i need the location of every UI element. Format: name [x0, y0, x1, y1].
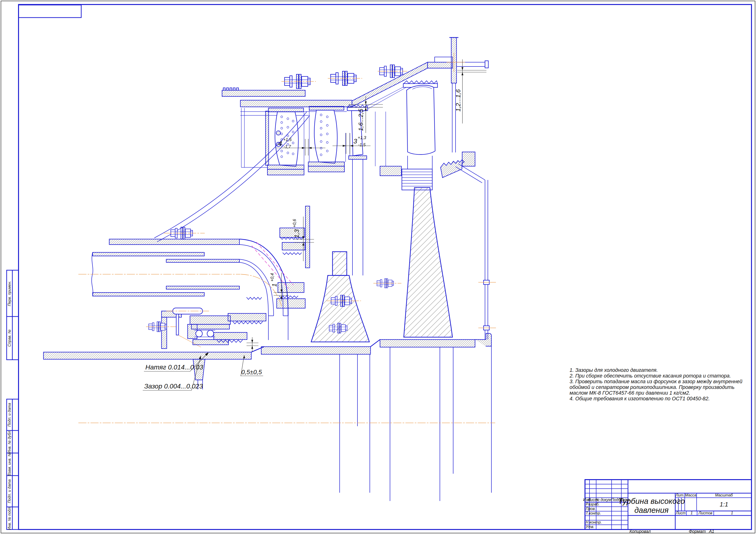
dim-seal13-upper-tol: +0,6 — [292, 219, 297, 227]
tb-title-line1: Турбина высокого — [618, 497, 685, 505]
dim-axial3-lower-tol: -1,5 — [358, 143, 366, 147]
turbine-discs — [311, 188, 452, 342]
note-3-line1: 3. Проверить попадание масла из форсунок… — [570, 379, 742, 385]
title-block: Изм. Лист № докум. Подп. Дата Разраб. Пр… — [583, 480, 751, 529]
stamp-perv-primen: Перв. примен. — [7, 281, 12, 306]
tb-massa-label: Масса — [685, 493, 696, 497]
dim-axial4-value: 4 — [278, 140, 282, 147]
stamp-podp-data-2: Подп. и дата — [7, 479, 12, 503]
stamp-podp-data-1: Подп. и дата — [7, 403, 12, 427]
callout-fit-text: Натяг 0.014...0.03 — [145, 363, 203, 371]
tb-sheet-label: Лист — [675, 511, 686, 515]
tb-title-line2: давления — [634, 506, 669, 515]
tb-scale-value: 1:1 — [720, 501, 728, 508]
tb-col-doc: № докум. — [595, 498, 612, 502]
stamp-inv-dubl: Инв. № дубл. — [7, 430, 12, 453]
tb-sheet-value: 1 — [691, 511, 693, 515]
dimension-seal-gap-13: 1,3 +0,6 — [292, 217, 314, 261]
rotor-blade-2 — [375, 81, 438, 190]
frame-stamp-upper: Перв. примен. Справ. № — [7, 270, 18, 360]
rear-fin-flange — [446, 38, 488, 152]
dim-seal1-value: 1 — [271, 283, 278, 287]
frame-top-left-box — [18, 5, 81, 17]
dim-axial4-lower-tol: -1,7 — [284, 144, 291, 149]
note-2: 2. При сборке обеспечить отсуствие касан… — [569, 373, 731, 379]
tb-lit-label: Лит. — [675, 493, 684, 497]
dimension-spring-gap: 0,5±0,5 — [240, 337, 263, 376]
tb-row-nkontr: Н.контр. — [586, 520, 602, 524]
technical-notes: 1. Зазоры для холодного двигателя. 2. Пр… — [569, 367, 742, 402]
dim-seal13-value: 1,3 — [293, 229, 300, 238]
dim-shroud-gap-text: 1,6...2,5 — [357, 109, 364, 131]
dim-axial3-value: 3 — [353, 138, 357, 145]
callout-clearance-text: Зазор 0.004...0.023 — [144, 383, 203, 390]
stamp-vzam-inv: Взам. инв. № — [7, 453, 12, 476]
footer-copied: Копировал — [630, 529, 651, 534]
engineering-drawing-sheet: Перв. примен. Справ. № Подп. и дата Инв.… — [0, 0, 756, 534]
dim-seal1-upper-tol: +0,4 — [270, 273, 275, 281]
tb-sheets-label: Листов — [698, 511, 712, 515]
labyrinth-seal-pack — [402, 169, 432, 190]
stamp-sprav-no: Справ. № — [7, 330, 12, 347]
dim-fin-gap-text: 1,2...1,6 — [455, 89, 462, 112]
dim-axial4-upper-tol: +1,5 — [283, 137, 292, 142]
note-3-line3: маслом МК-8 ГОСТ6457-66 при давлении 1 к… — [570, 390, 690, 396]
stamp-inv-podl: Инв. № подл. — [7, 506, 12, 530]
frame-stamp-lower: Подп. и дата Инв. № дубл. Взам. инв. № П… — [7, 399, 18, 530]
turbine-section-view: 1,2...1,6 1,6...2,5 3 +1,3 -1,5 4 +1,5 -… — [43, 38, 496, 501]
tb-masshtab-label: Масштаб — [715, 493, 733, 497]
roller-bearing-assembly — [146, 297, 266, 349]
nozzle-vane-2 — [308, 106, 346, 172]
dimension-fin-gap: 1,2...1,6 — [455, 59, 486, 123]
sheet-frame: Перв. примен. Справ. № Подп. и дата Инв.… — [1, 1, 755, 533]
tb-sheets-value: 1 — [731, 511, 733, 515]
dimension-axial-gap-3: 3 +1,3 -1,5 — [333, 133, 370, 154]
note-4: 4. Общие требования к изготовлению по ОС… — [570, 396, 710, 402]
footer-format-label: Формат — [689, 529, 706, 534]
dim-spring-text: 0,5±0,5 — [241, 368, 262, 376]
mount-structure — [43, 334, 495, 501]
note-1: 1. Зазоры для холодного двигателя. — [570, 367, 658, 373]
tb-row-tkontr: Т.контр. — [586, 511, 601, 515]
tb-row-prov: Пров. — [586, 507, 596, 511]
footer-format-value: А1 — [709, 529, 714, 534]
note-3-line2: обоймой и сепаратором роликоподшипника. … — [570, 385, 734, 390]
dim-axial3-upper-tol: +1,3 — [358, 135, 366, 140]
tb-row-utv: Утв. — [585, 525, 594, 529]
tb-row-razrab: Разраб. — [586, 502, 600, 506]
